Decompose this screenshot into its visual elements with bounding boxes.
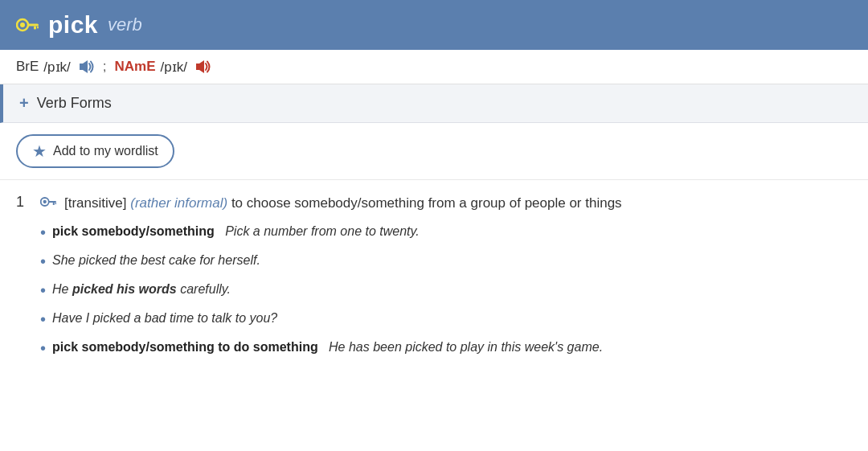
svg-rect-2 [27,24,39,27]
header: pick verb [0,0,868,50]
svg-rect-4 [37,27,39,29]
list-item: • Have I picked a bad time to talk to yo… [40,309,852,330]
def-content: [transitive] (rather informal) to choose… [64,193,622,214]
example-text: pick somebody/something to do something … [52,338,603,357]
example-text: Have I picked a bad time to talk to you? [52,309,277,328]
svg-marker-5 [80,60,88,73]
list-item: • pick somebody/something to do somethin… [40,338,852,359]
bre-label: BrE [16,59,39,75]
bullet-icon: • [40,222,46,243]
pron-separator: ; [103,59,107,75]
example-label: pick somebody/something [52,224,215,238]
def-tag: [transitive] [64,195,126,211]
svg-marker-6 [196,60,204,73]
list-item: • She picked the best cake for herself. [40,251,852,272]
example-bold: picked his words [72,282,177,296]
verb-forms-label: Verb Forms [37,95,112,112]
example-italic: Pick a number from one to twenty. [218,224,419,238]
bre-speaker-icon[interactable] [77,58,95,76]
header-word: pick [48,11,98,39]
list-item: • pick somebody/something Pick a number … [40,222,852,243]
bullet-icon: • [40,309,46,330]
example-italic: He has been picked to play in this week'… [321,340,603,354]
svg-rect-9 [48,201,56,203]
add-to-wordlist-button[interactable]: ★ Add to my wordlist [16,134,174,168]
examples-list: • pick somebody/something Pick a number … [40,222,852,359]
svg-rect-11 [55,203,56,204]
svg-rect-3 [34,27,36,30]
def-number: 1 [16,193,32,211]
def-text: to choose somebody/something from a grou… [231,195,622,211]
example-text: He picked his words carefully. [52,280,231,299]
header-pos: verb [108,14,142,35]
example-label: pick somebody/something to do something [52,340,318,354]
wordlist-button-label: Add to my wordlist [53,144,158,158]
svg-rect-10 [53,203,55,205]
wordlist-row: ★ Add to my wordlist [0,123,868,180]
def-key-icon [40,195,56,211]
bullet-icon: • [40,338,46,359]
star-icon: ★ [32,141,47,161]
name-ipa: /pɪk/ [161,59,187,76]
svg-point-1 [20,23,25,27]
verb-forms-plus[interactable]: + [19,94,29,113]
list-item: • He picked his words carefully. [40,280,852,301]
svg-point-8 [43,200,47,203]
bullet-icon: • [40,251,46,272]
name-speaker-icon[interactable] [194,58,211,76]
key-icon [16,16,39,34]
definition-row-1: 1 [transitive] (rather informal) to choo… [16,193,852,214]
bullet-icon: • [40,280,46,301]
name-label: NAmE [114,59,155,75]
verb-forms-row[interactable]: + Verb Forms [0,84,868,123]
pronunciation-row: BrE /pɪk/ ; NAmE /pɪk/ [0,50,868,84]
def-informal: (rather informal) [130,195,227,211]
definition-section: 1 [transitive] (rather informal) to choo… [0,180,868,359]
bre-ipa: /pɪk/ [43,59,70,76]
example-text: She picked the best cake for herself. [52,251,260,270]
example-text: pick somebody/something Pick a number fr… [52,222,420,241]
